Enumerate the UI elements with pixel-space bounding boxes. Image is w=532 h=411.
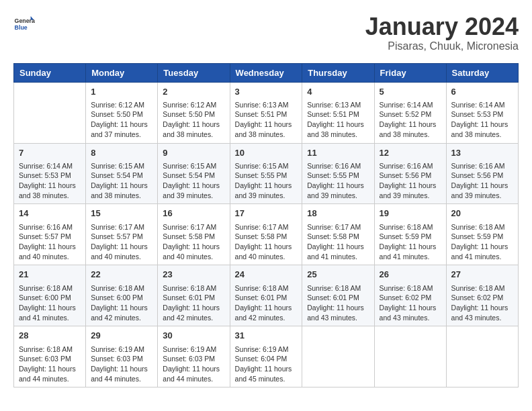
- svg-text:Blue: Blue: [15, 24, 28, 31]
- day-number: 4: [307, 86, 369, 98]
- calendar-subtitle: Pisaras, Chuuk, Micronesia: [365, 40, 519, 52]
- calendar-cell: 22Sunrise: 6:18 AMSunset: 6:00 PMDayligh…: [86, 265, 158, 326]
- day-number: 5: [380, 86, 441, 98]
- calendar-cell: 4Sunrise: 6:13 AMSunset: 5:51 PMDaylight…: [302, 82, 374, 143]
- calendar-cell: 9Sunrise: 6:15 AMSunset: 5:54 PMDaylight…: [158, 143, 230, 204]
- day-info: Sunrise: 6:14 AMSunset: 5:52 PMDaylight:…: [380, 100, 441, 140]
- calendar-cell: 29Sunrise: 6:19 AMSunset: 6:03 PMDayligh…: [86, 326, 158, 387]
- day-number: 28: [19, 330, 81, 342]
- calendar-cell: 28Sunrise: 6:18 AMSunset: 6:03 PMDayligh…: [14, 326, 86, 387]
- day-info: Sunrise: 6:19 AMSunset: 6:04 PMDaylight:…: [235, 345, 298, 384]
- day-number: 15: [91, 208, 152, 220]
- week-row: 21Sunrise: 6:18 AMSunset: 6:00 PMDayligh…: [14, 265, 519, 326]
- day-info: Sunrise: 6:18 AMSunset: 6:01 PMDaylight:…: [307, 283, 369, 323]
- day-number: 18: [307, 208, 369, 220]
- day-number: 7: [19, 147, 81, 159]
- day-number: 1: [91, 86, 152, 98]
- day-info: Sunrise: 6:16 AMSunset: 5:56 PMDaylight:…: [380, 161, 441, 201]
- day-info: Sunrise: 6:19 AMSunset: 6:03 PMDaylight:…: [163, 345, 224, 384]
- calendar-cell: 26Sunrise: 6:18 AMSunset: 6:02 PMDayligh…: [374, 265, 446, 326]
- day-info: Sunrise: 6:19 AMSunset: 6:03 PMDaylight:…: [91, 345, 152, 384]
- calendar-cell: 30Sunrise: 6:19 AMSunset: 6:03 PMDayligh…: [158, 326, 230, 387]
- header-cell-friday: Friday: [374, 63, 446, 82]
- logo-icon: General Blue: [13, 13, 35, 35]
- day-info: Sunrise: 6:12 AMSunset: 5:50 PMDaylight:…: [163, 100, 224, 140]
- day-number: 23: [163, 269, 224, 281]
- week-row: 14Sunrise: 6:16 AMSunset: 5:57 PMDayligh…: [14, 204, 519, 265]
- day-number: 11: [307, 147, 369, 159]
- day-number: 20: [451, 208, 513, 220]
- day-number: 6: [451, 86, 513, 98]
- day-number: 10: [235, 147, 298, 159]
- calendar-cell: 25Sunrise: 6:18 AMSunset: 6:01 PMDayligh…: [302, 265, 374, 326]
- day-number: 31: [235, 330, 298, 342]
- header-cell-monday: Monday: [86, 63, 158, 82]
- day-info: Sunrise: 6:18 AMSunset: 5:59 PMDaylight:…: [451, 222, 513, 262]
- day-number: 8: [91, 147, 152, 159]
- day-number: 21: [19, 269, 81, 281]
- calendar-cell: [446, 326, 518, 387]
- calendar-cell: 21Sunrise: 6:18 AMSunset: 6:00 PMDayligh…: [14, 265, 86, 326]
- day-info: Sunrise: 6:18 AMSunset: 6:01 PMDaylight:…: [235, 283, 298, 323]
- day-info: Sunrise: 6:17 AMSunset: 5:58 PMDaylight:…: [307, 222, 369, 262]
- day-info: Sunrise: 6:12 AMSunset: 5:50 PMDaylight:…: [91, 100, 152, 140]
- calendar-cell: 18Sunrise: 6:17 AMSunset: 5:58 PMDayligh…: [302, 204, 374, 265]
- calendar-cell: 2Sunrise: 6:12 AMSunset: 5:50 PMDaylight…: [158, 82, 230, 143]
- day-info: Sunrise: 6:15 AMSunset: 5:55 PMDaylight:…: [235, 161, 298, 201]
- calendar-body: 1Sunrise: 6:12 AMSunset: 5:50 PMDaylight…: [14, 82, 519, 387]
- day-info: Sunrise: 6:15 AMSunset: 5:54 PMDaylight:…: [91, 161, 152, 201]
- day-number: 19: [380, 208, 441, 220]
- day-info: Sunrise: 6:15 AMSunset: 5:54 PMDaylight:…: [163, 161, 224, 201]
- day-number: 13: [451, 147, 513, 159]
- calendar-cell: 13Sunrise: 6:16 AMSunset: 5:56 PMDayligh…: [446, 143, 518, 204]
- page-header: General Blue January 2024 Pisaras, Chuuk…: [13, 13, 519, 52]
- day-info: Sunrise: 6:18 AMSunset: 6:01 PMDaylight:…: [163, 283, 224, 323]
- day-info: Sunrise: 6:18 AMSunset: 6:00 PMDaylight:…: [91, 283, 152, 323]
- header-cell-sunday: Sunday: [14, 63, 86, 82]
- day-info: Sunrise: 6:18 AMSunset: 5:59 PMDaylight:…: [380, 222, 441, 262]
- day-info: Sunrise: 6:18 AMSunset: 6:02 PMDaylight:…: [380, 283, 441, 323]
- week-row: 7Sunrise: 6:14 AMSunset: 5:53 PMDaylight…: [14, 143, 519, 204]
- calendar-cell: 14Sunrise: 6:16 AMSunset: 5:57 PMDayligh…: [14, 204, 86, 265]
- header-cell-thursday: Thursday: [302, 63, 374, 82]
- calendar-cell: [302, 326, 374, 387]
- calendar-cell: 5Sunrise: 6:14 AMSunset: 5:52 PMDaylight…: [374, 82, 446, 143]
- header-cell-saturday: Saturday: [446, 63, 518, 82]
- calendar-cell: 24Sunrise: 6:18 AMSunset: 6:01 PMDayligh…: [230, 265, 302, 326]
- calendar-table: SundayMondayTuesdayWednesdayThursdayFrid…: [13, 63, 519, 388]
- day-number: 12: [380, 147, 441, 159]
- week-row: 1Sunrise: 6:12 AMSunset: 5:50 PMDaylight…: [14, 82, 519, 143]
- day-number: 9: [163, 147, 224, 159]
- day-info: Sunrise: 6:17 AMSunset: 5:58 PMDaylight:…: [163, 222, 224, 262]
- day-number: 27: [451, 269, 513, 281]
- calendar-cell: 15Sunrise: 6:17 AMSunset: 5:57 PMDayligh…: [86, 204, 158, 265]
- calendar-cell: [374, 326, 446, 387]
- day-info: Sunrise: 6:18 AMSunset: 6:03 PMDaylight:…: [19, 345, 81, 384]
- day-info: Sunrise: 6:18 AMSunset: 6:00 PMDaylight:…: [19, 283, 81, 323]
- calendar-cell: 20Sunrise: 6:18 AMSunset: 5:59 PMDayligh…: [446, 204, 518, 265]
- day-info: Sunrise: 6:13 AMSunset: 5:51 PMDaylight:…: [235, 100, 298, 140]
- day-number: 3: [235, 86, 298, 98]
- calendar-cell: 3Sunrise: 6:13 AMSunset: 5:51 PMDaylight…: [230, 82, 302, 143]
- calendar-cell: 1Sunrise: 6:12 AMSunset: 5:50 PMDaylight…: [86, 82, 158, 143]
- day-number: 26: [380, 269, 441, 281]
- title-block: January 2024 Pisaras, Chuuk, Micronesia: [365, 13, 519, 52]
- day-number: 2: [163, 86, 224, 98]
- header-row: SundayMondayTuesdayWednesdayThursdayFrid…: [14, 63, 519, 82]
- day-info: Sunrise: 6:16 AMSunset: 5:57 PMDaylight:…: [19, 222, 81, 262]
- day-number: 30: [163, 330, 224, 342]
- calendar-cell: 12Sunrise: 6:16 AMSunset: 5:56 PMDayligh…: [374, 143, 446, 204]
- day-number: 14: [19, 208, 81, 220]
- day-info: Sunrise: 6:14 AMSunset: 5:53 PMDaylight:…: [19, 161, 81, 201]
- day-number: 24: [235, 269, 298, 281]
- day-info: Sunrise: 6:13 AMSunset: 5:51 PMDaylight:…: [307, 100, 369, 140]
- calendar-cell: 27Sunrise: 6:18 AMSunset: 6:02 PMDayligh…: [446, 265, 518, 326]
- calendar-cell: 11Sunrise: 6:16 AMSunset: 5:55 PMDayligh…: [302, 143, 374, 204]
- calendar-cell: 16Sunrise: 6:17 AMSunset: 5:58 PMDayligh…: [158, 204, 230, 265]
- day-info: Sunrise: 6:16 AMSunset: 5:56 PMDaylight:…: [451, 161, 513, 201]
- day-number: 16: [163, 208, 224, 220]
- calendar-cell: [14, 82, 86, 143]
- day-number: 25: [307, 269, 369, 281]
- calendar-cell: 6Sunrise: 6:14 AMSunset: 5:53 PMDaylight…: [446, 82, 518, 143]
- day-info: Sunrise: 6:14 AMSunset: 5:53 PMDaylight:…: [451, 100, 513, 140]
